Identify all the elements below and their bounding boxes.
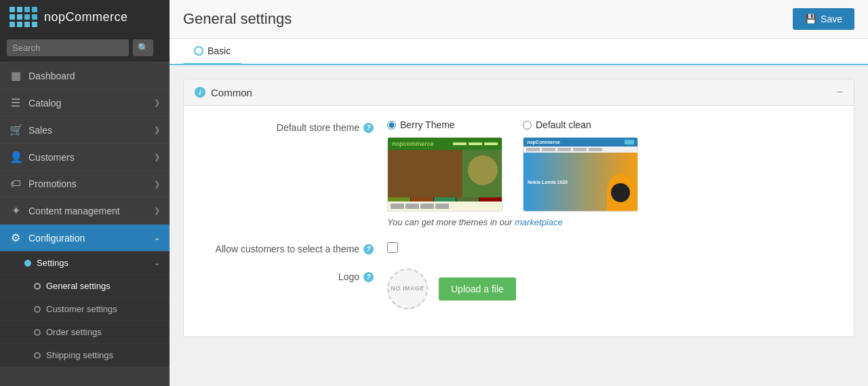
chevron-right-icon: ❯ bbox=[154, 126, 160, 134]
logo-row: Logo ? NO IMAGE Upload a file bbox=[197, 269, 840, 309]
sidebar-item-catalog[interactable]: ☰ Catalog ❯ bbox=[0, 90, 170, 117]
sidebar: nopCommerce 🔍 ▦ Dashboard ☰ Catalog ❯ 🛒 … bbox=[0, 0, 170, 386]
sub-item-label: Settings bbox=[37, 258, 68, 268]
allow-theme-label-col: Allow customers to select a theme ? bbox=[197, 241, 374, 254]
chevron-down-icon: ⌄ bbox=[154, 233, 160, 242]
clean-header: nopCommerce bbox=[524, 138, 637, 147]
sidebar-item-promotions[interactable]: 🏷 Promotions ❯ bbox=[0, 171, 170, 197]
sidebar-item-label: Sales bbox=[28, 125, 52, 136]
svg-point-3 bbox=[468, 155, 498, 185]
chevron-right-icon: ❯ bbox=[154, 98, 160, 107]
circle-icon bbox=[34, 329, 41, 336]
default-theme-row: Default store theme ? Berry Theme bbox=[197, 119, 840, 227]
sub-item-label: Shipping settings bbox=[46, 350, 113, 360]
sales-icon: 🛒 bbox=[9, 123, 22, 136]
theme-option-clean: Default clean nopCommerce bbox=[523, 119, 638, 212]
sidebar-sub-shipping-settings[interactable]: Shipping settings bbox=[0, 344, 170, 367]
tab-basic[interactable]: Basic bbox=[183, 39, 241, 65]
sidebar-item-content-management[interactable]: ✦ Content management ❯ bbox=[0, 197, 170, 225]
circle-icon bbox=[34, 283, 41, 290]
tabs-bar: Basic bbox=[170, 39, 868, 65]
logo-label-col: Logo ? bbox=[197, 269, 374, 282]
allow-select-theme-label: Allow customers to select a theme bbox=[216, 244, 359, 254]
configuration-icon: ⚙ bbox=[9, 231, 22, 244]
clean-radio-row: Default clean bbox=[523, 119, 591, 130]
sidebar-item-customers[interactable]: 👤 Customers ❯ bbox=[0, 144, 170, 171]
sidebar-sub-general-settings[interactable]: General settings bbox=[0, 275, 170, 298]
catalog-icon: ☰ bbox=[9, 96, 22, 109]
svg-rect-1 bbox=[388, 150, 462, 197]
collapse-button[interactable]: − bbox=[837, 86, 843, 98]
berry-hero: PALEO BAKING bbox=[388, 150, 502, 181]
sidebar-item-configuration[interactable]: ⚙ Configuration ⌄ bbox=[0, 225, 170, 252]
clean-theme-label: Default clean bbox=[536, 119, 591, 130]
sub-item-label: Order settings bbox=[46, 327, 102, 337]
save-icon: 💾 bbox=[805, 14, 816, 24]
sidebar-sub-settings[interactable]: Settings ⌄ bbox=[0, 252, 170, 275]
content-area: i Common − Default store theme ? bbox=[170, 65, 868, 386]
clean-hero: Nokia Lumia 1020 bbox=[524, 153, 637, 211]
sidebar-item-label: Dashboard bbox=[28, 71, 75, 81]
section-title: Common bbox=[211, 87, 252, 98]
sidebar-sub-order-settings[interactable]: Order settings bbox=[0, 321, 170, 344]
tab-basic-icon bbox=[194, 46, 203, 56]
sidebar-item-label: Promotions bbox=[28, 178, 77, 189]
sub-item-label: General settings bbox=[46, 281, 111, 291]
berry-theme-preview: nopcommerce PALEO BAKING bbox=[387, 137, 502, 212]
page-title: General settings bbox=[183, 10, 292, 28]
allow-select-theme-checkbox[interactable] bbox=[387, 242, 398, 253]
chevron-down-icon: ⌄ bbox=[154, 258, 160, 267]
save-button[interactable]: 💾 Save bbox=[793, 8, 854, 30]
berry-header: nopcommerce bbox=[388, 138, 502, 150]
berry-radio-row: Berry Theme bbox=[387, 119, 455, 130]
theme-label-col: Default store theme ? bbox=[197, 119, 374, 133]
allow-theme-help-icon[interactable]: ? bbox=[363, 244, 374, 254]
top-bar: General settings 💾 Save bbox=[170, 0, 868, 39]
sidebar-sub-customer-settings[interactable]: Customer settings bbox=[0, 298, 170, 321]
logo-area: NO IMAGE Upload a file bbox=[387, 269, 840, 309]
allow-select-theme-row: Allow customers to select a theme ? bbox=[197, 241, 840, 255]
sidebar-item-sales[interactable]: 🛒 Sales ❯ bbox=[0, 117, 170, 144]
sidebar-item-dashboard[interactable]: ▦ Dashboard bbox=[0, 62, 170, 90]
sub-item-label: Customer settings bbox=[46, 304, 117, 314]
section-header: i Common − bbox=[184, 79, 854, 106]
clean-radio[interactable] bbox=[523, 121, 532, 130]
main-content: General settings 💾 Save Basic i Common − bbox=[170, 0, 868, 386]
marketplace-link[interactable]: marketplace bbox=[515, 217, 563, 227]
logo-grid bbox=[9, 7, 37, 27]
upload-file-button[interactable]: Upload a file bbox=[439, 277, 516, 301]
configuration-submenu: Settings ⌄ General settings Customer set… bbox=[0, 252, 170, 367]
circle-icon bbox=[34, 306, 41, 313]
berry-theme-label: Berry Theme bbox=[400, 119, 455, 130]
chevron-right-icon: ❯ bbox=[154, 180, 160, 189]
sidebar-item-label: Configuration bbox=[28, 233, 85, 244]
sidebar-item-label: Customers bbox=[28, 152, 75, 163]
circle-icon bbox=[34, 352, 41, 359]
content-icon: ✦ bbox=[9, 204, 22, 217]
logo-help-icon[interactable]: ? bbox=[363, 272, 374, 282]
berry-strip bbox=[388, 201, 502, 211]
chevron-right-icon: ❯ bbox=[154, 153, 160, 161]
allow-theme-field-col bbox=[387, 241, 840, 255]
section-header-left: i Common bbox=[195, 87, 252, 98]
no-image-placeholder: NO IMAGE bbox=[387, 269, 428, 309]
theme-help-icon[interactable]: ? bbox=[363, 123, 374, 133]
common-section: i Common − Default store theme ? bbox=[183, 79, 854, 337]
tab-basic-label: Basic bbox=[208, 45, 231, 56]
default-theme-label: Default store theme bbox=[277, 122, 359, 133]
search-box: 🔍 bbox=[0, 34, 170, 62]
berry-radio[interactable] bbox=[387, 121, 396, 130]
chevron-right-icon: ❯ bbox=[154, 206, 160, 215]
section-body: Default store theme ? Berry Theme bbox=[184, 106, 854, 336]
theme-field-col: Berry Theme nopcommerce bbox=[387, 119, 840, 227]
search-button[interactable]: 🔍 bbox=[133, 39, 153, 56]
active-circle-icon bbox=[24, 260, 31, 267]
clean-theme-preview: nopCommerce bbox=[523, 137, 638, 212]
theme-options: Berry Theme nopcommerce bbox=[387, 119, 840, 212]
search-input[interactable] bbox=[7, 39, 129, 56]
sidebar-item-label: Content management bbox=[28, 206, 120, 216]
marketplace-text: You can get more themes in our marketpla… bbox=[387, 217, 840, 227]
logo-field-col: NO IMAGE Upload a file bbox=[387, 269, 840, 309]
promotions-icon: 🏷 bbox=[9, 178, 22, 190]
theme-option-berry: Berry Theme nopcommerce bbox=[387, 119, 502, 212]
